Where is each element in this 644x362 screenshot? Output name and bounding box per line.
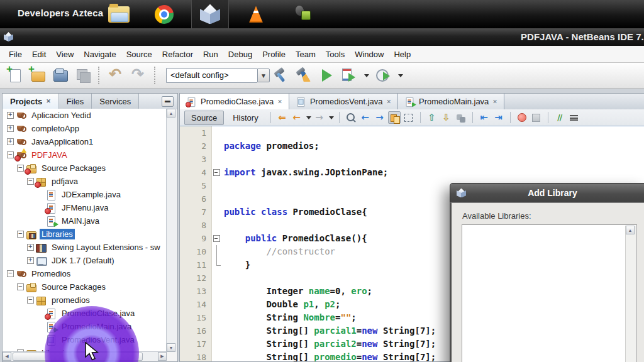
- next-occurrence-icon[interactable]: →: [374, 111, 386, 124]
- menu-edit[interactable]: Edit: [27, 47, 51, 62]
- previous-occurrence-icon[interactable]: ←: [359, 111, 372, 124]
- menu-file[interactable]: File: [4, 47, 27, 62]
- expander-icon[interactable]: [26, 177, 35, 185]
- menu-team[interactable]: Team: [291, 47, 321, 62]
- editor-tab[interactable]: PromedioMain.java✕: [398, 94, 504, 109]
- next-bookmark-icon[interactable]: ⇩: [440, 111, 453, 124]
- tree-item[interactable]: Libraries: [3, 228, 167, 241]
- open-project-icon[interactable]: [52, 67, 69, 84]
- tree-horizontal-scrollbar[interactable]: ◀ ▶: [3, 351, 167, 361]
- shift-line-right-icon[interactable]: ⇥: [492, 111, 505, 124]
- previous-bookmark-icon[interactable]: ⇧: [426, 111, 438, 124]
- tree-item[interactable]: JavaApplication1: [3, 135, 167, 148]
- redo-icon[interactable]: [130, 67, 148, 84]
- code-fold-icon[interactable]: [212, 166, 221, 179]
- available-libraries-list[interactable]: ▲: [462, 224, 637, 362]
- menu-run[interactable]: Run: [198, 47, 223, 62]
- file-explorer-launcher[interactable]: [101, 0, 137, 28]
- scroll-down-button[interactable]: ▼: [167, 343, 175, 352]
- tree-item[interactable]: Source Packages: [3, 280, 167, 293]
- scroll-right-button[interactable]: ▶: [158, 352, 167, 361]
- tree-item[interactable]: completoApp: [3, 122, 167, 135]
- tree-item[interactable]: PromedioMain.java: [3, 320, 167, 333]
- tree-item[interactable]: JDK 1.7 (Default): [3, 254, 167, 267]
- profile-project-icon[interactable]: [374, 67, 392, 84]
- minimize-panel-button[interactable]: ▬: [162, 96, 174, 107]
- config-dropdown-arrow[interactable]: ▼: [257, 69, 270, 82]
- expander-icon[interactable]: [16, 164, 25, 172]
- project-tree[interactable]: Aplicacion YedidcompletoAppJavaApplicati…: [3, 109, 167, 352]
- expander-icon[interactable]: [26, 256, 35, 265]
- comment-icon[interactable]: //: [553, 111, 566, 124]
- tree-item[interactable]: Swing Layout Extensions - sw: [3, 241, 167, 254]
- new-project-icon[interactable]: [29, 67, 47, 84]
- scroll-up-button[interactable]: ▲: [626, 226, 635, 234]
- code-line[interactable]: 3: [180, 153, 644, 166]
- chrome-launcher[interactable]: [146, 0, 182, 28]
- editor-tab[interactable]: PromedioClase.java✕: [180, 94, 289, 109]
- expander-icon[interactable]: [16, 230, 25, 238]
- last-edit-icon[interactable]: ⇐: [276, 111, 289, 124]
- tab-projects[interactable]: Projects✕: [3, 94, 59, 109]
- scroll-left-button[interactable]: ◀: [3, 352, 11, 361]
- dialog-titlebar[interactable]: Add Library: [450, 183, 644, 202]
- vlc-launcher[interactable]: [238, 0, 274, 28]
- tab-files[interactable]: Files: [59, 94, 92, 109]
- menu-tools[interactable]: Tools: [321, 47, 350, 62]
- menu-debug[interactable]: Debug: [223, 47, 257, 62]
- next-error-icon[interactable]: [455, 111, 467, 124]
- jump-back-dropdown-caret[interactable]: [306, 116, 311, 119]
- expander-icon[interactable]: [6, 111, 14, 119]
- tree-item[interactable]: JDExample.java: [3, 188, 167, 201]
- debug-project-icon[interactable]: [340, 67, 358, 84]
- menu-profile[interactable]: Profile: [257, 47, 291, 62]
- undo-icon[interactable]: [108, 67, 125, 84]
- close-tab-icon[interactable]: ✕: [46, 98, 51, 104]
- code-fold-icon[interactable]: [212, 232, 221, 245]
- close-tab-icon[interactable]: ✕: [277, 99, 282, 105]
- editor-tab[interactable]: PromediosVent.java✕: [289, 94, 398, 109]
- code-line[interactable]: 2package promedios;: [180, 140, 644, 153]
- jump-forward-dropdown-caret[interactable]: [329, 116, 334, 119]
- uncomment-icon[interactable]: [568, 111, 580, 124]
- clean-build-icon[interactable]: [295, 67, 313, 84]
- expander-icon[interactable]: [26, 243, 35, 251]
- run-project-icon[interactable]: [318, 67, 335, 84]
- scrollbar-thumb[interactable]: [13, 353, 143, 361]
- view-source-button[interactable]: Source: [184, 111, 224, 125]
- tree-item[interactable]: PDFJAVA: [3, 148, 167, 162]
- expander-icon[interactable]: [6, 270, 14, 278]
- close-tab-icon[interactable]: ✕: [387, 99, 392, 105]
- toggle-highlight-icon[interactable]: [388, 111, 401, 124]
- expander-icon[interactable]: [26, 296, 35, 304]
- stop-macro-icon[interactable]: [530, 111, 543, 124]
- expander-icon[interactable]: [6, 151, 14, 159]
- tree-item[interactable]: Aplicacion Yedid: [3, 109, 167, 122]
- tab-services[interactable]: Services: [92, 94, 139, 109]
- tree-vertical-scrollbar[interactable]: ▲ ▼: [166, 109, 177, 352]
- profile-project-dropdown-caret[interactable]: [398, 74, 403, 77]
- tree-item[interactable]: PromedioClase.java: [3, 307, 167, 320]
- code-line[interactable]: 4import javax.swing.JOptionPane;: [180, 166, 644, 179]
- close-tab-icon[interactable]: ✕: [492, 99, 497, 105]
- config-combobox[interactable]: <default config>▼: [166, 68, 270, 83]
- view-history-button[interactable]: History: [226, 111, 265, 125]
- menu-refactor[interactable]: Refactor: [157, 47, 198, 62]
- debug-project-dropdown-caret[interactable]: [364, 74, 369, 77]
- menu-help[interactable]: Help: [389, 47, 416, 62]
- find-icon[interactable]: [345, 111, 357, 124]
- menu-source[interactable]: Source: [121, 47, 157, 62]
- tree-item[interactable]: MAIN.java: [3, 214, 167, 228]
- tree-item[interactable]: Promedios: [3, 267, 167, 280]
- netbeans-launcher[interactable]: [191, 0, 229, 28]
- expander-icon[interactable]: [6, 124, 14, 133]
- menu-window[interactable]: Window: [350, 47, 389, 62]
- record-macro-icon[interactable]: [516, 111, 528, 124]
- tree-item[interactable]: Source Packages: [3, 162, 167, 175]
- dialog-list-scrollbar[interactable]: ▲: [625, 226, 636, 362]
- tree-item[interactable]: promedios: [3, 293, 167, 307]
- rectangular-selection-icon[interactable]: [402, 111, 415, 124]
- tree-item[interactable]: JFMenu.java: [3, 201, 167, 214]
- tree-item[interactable]: pdfjava: [3, 175, 167, 188]
- new-file-icon[interactable]: [6, 67, 24, 84]
